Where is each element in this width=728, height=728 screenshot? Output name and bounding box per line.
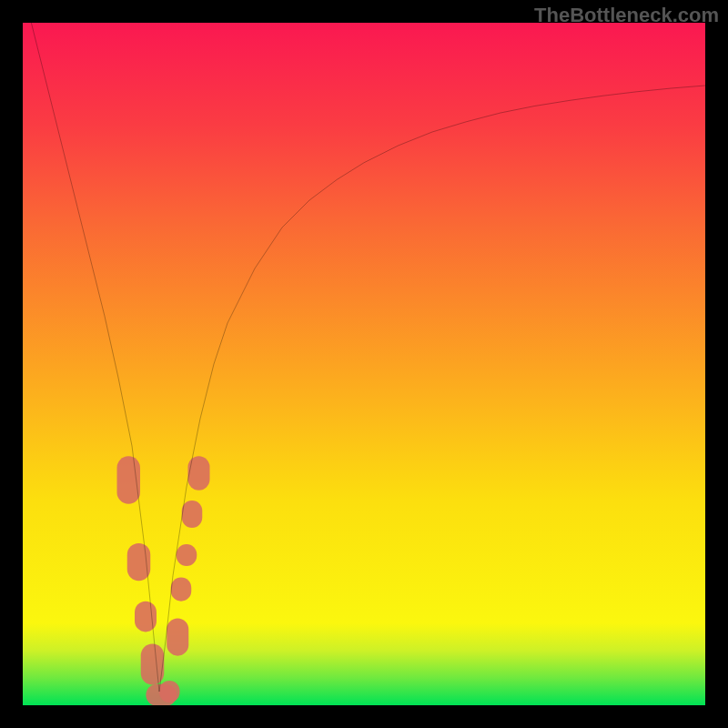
left-cluster-marker bbox=[117, 456, 141, 504]
left-cluster-marker bbox=[141, 644, 164, 685]
right-cluster-marker bbox=[171, 577, 192, 601]
right-cluster-marker bbox=[182, 500, 203, 528]
gradient-background bbox=[23, 23, 705, 705]
watermark-label: TheBottleneck.com bbox=[534, 4, 719, 27]
right-cluster-marker bbox=[188, 456, 210, 490]
left-cluster-marker bbox=[127, 543, 151, 581]
left-cluster-marker bbox=[135, 602, 157, 632]
right-cluster-marker bbox=[167, 618, 188, 655]
chart-container: TheBottleneck.com bbox=[0, 0, 728, 728]
bottleneck-chart bbox=[23, 23, 705, 705]
right-cluster-marker bbox=[177, 544, 197, 566]
valley-cluster-marker bbox=[159, 681, 180, 703]
